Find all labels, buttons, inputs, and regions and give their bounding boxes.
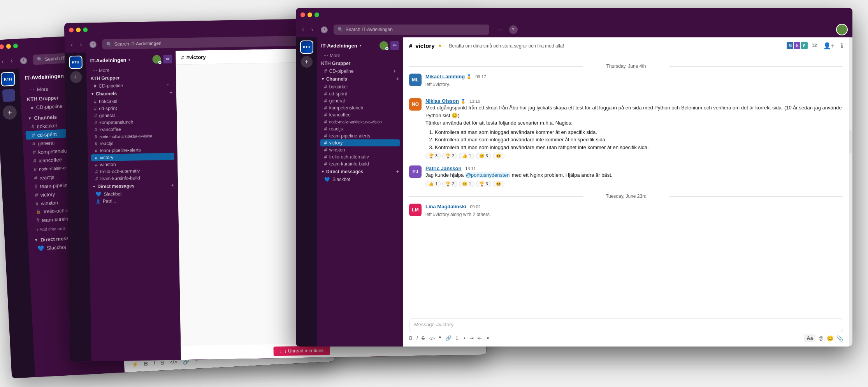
scrollbar-track[interactable] bbox=[849, 37, 852, 347]
outdent-button-front[interactable]: ⇤ bbox=[478, 335, 482, 341]
star-button[interactable]: ★ bbox=[438, 43, 442, 48]
reaction-pill[interactable]: 🏆 3 bbox=[476, 181, 491, 187]
info-icon-front[interactable]: ℹ bbox=[841, 42, 843, 49]
back-button-mid[interactable]: ‹ bbox=[69, 40, 75, 50]
back-button-front[interactable]: ‹ bbox=[300, 25, 306, 35]
workspace-icon-mid[interactable]: KTH bbox=[70, 56, 82, 69]
workspace-chevron-front[interactable]: ▾ bbox=[360, 44, 362, 47]
sidebar-item-kompetenslunch-front[interactable]: # kompetenslunch bbox=[320, 104, 400, 111]
dm-section-front[interactable]: ▼ Direct messages + bbox=[317, 167, 403, 176]
search-bar-front[interactable]: 🔍 Search IT-Avdelningen bbox=[334, 25, 489, 35]
settings-icon[interactable]: ⋯ bbox=[495, 25, 504, 34]
add-workspace-button-front[interactable]: + bbox=[301, 56, 313, 68]
reaction-pill[interactable]: 🏆 3 bbox=[425, 153, 441, 159]
sidebar-item-team-kursinfo-front[interactable]: # team-kursinfo-build bbox=[320, 160, 400, 167]
add-channel-icon-front[interactable]: + bbox=[396, 76, 399, 82]
message-input-front[interactable]: Message #victory bbox=[409, 318, 843, 332]
aa-button[interactable]: Aa bbox=[804, 334, 815, 342]
emoji-button-front[interactable]: 😊 bbox=[827, 335, 833, 341]
add-member-icon-front[interactable]: 👤+ bbox=[823, 42, 835, 49]
add-dm-icon[interactable]: + bbox=[171, 183, 174, 188]
scrollbar-thumb[interactable] bbox=[849, 130, 852, 153]
sidebar-item-cd-sprint-front[interactable]: # cd-sprint bbox=[320, 90, 400, 97]
history-button-mid[interactable]: 🕐 bbox=[87, 39, 98, 49]
history-button[interactable]: 🕐 bbox=[18, 55, 29, 66]
forward-button-front[interactable]: › bbox=[309, 25, 315, 35]
message-author-lina[interactable]: Lina Magdalinski bbox=[425, 204, 466, 209]
reaction-pill[interactable]: 🏆 2 bbox=[442, 181, 457, 187]
strikethrough-button-front[interactable]: S̶ bbox=[422, 335, 425, 341]
message-author-mikael[interactable]: Mikael Lamming bbox=[425, 74, 465, 79]
link-button-front[interactable]: 🔗 bbox=[445, 335, 452, 341]
minimize-button[interactable] bbox=[76, 28, 81, 32]
user-avatar-front[interactable] bbox=[836, 24, 848, 35]
sidebar-more-front[interactable]: ⋯ More bbox=[320, 52, 401, 59]
add-channel-icon-mid[interactable]: + bbox=[170, 90, 172, 95]
channels-section-front[interactable]: ▼ Channels + bbox=[317, 75, 403, 83]
ul-button-front[interactable]: • bbox=[464, 335, 466, 341]
forward-button[interactable]: › bbox=[9, 56, 15, 66]
indent-button-front[interactable]: ⇥ bbox=[469, 335, 474, 341]
lightning-icon[interactable]: ⚡ bbox=[132, 361, 139, 368]
strikethrough-button[interactable]: S bbox=[160, 359, 164, 366]
maximize-button-front[interactable] bbox=[315, 12, 319, 17]
add-dm-icon-front[interactable]: + bbox=[396, 169, 399, 174]
sidebar-item-victory-front[interactable]: # victory bbox=[320, 139, 400, 146]
message-author-niklas[interactable]: Niklas Olsson bbox=[425, 98, 459, 104]
sidebar-item-winston-front[interactable]: # winston bbox=[320, 146, 400, 153]
reaction-pill[interactable]: 🏆 2 bbox=[442, 153, 457, 159]
kth-grupper-section-front[interactable]: KTH Grupper bbox=[317, 59, 403, 68]
back-button[interactable]: ‹ bbox=[0, 56, 5, 67]
format-button-front[interactable]: ✦ bbox=[486, 335, 490, 341]
at-button-front[interactable]: @ bbox=[819, 335, 824, 341]
workspace-chevron-mid[interactable]: ▾ bbox=[128, 58, 130, 62]
close-button-front[interactable] bbox=[300, 12, 305, 17]
reaction-pill[interactable]: 😊 1 bbox=[459, 181, 474, 187]
sidebar-item-leancoffee-front[interactable]: # leancoffee bbox=[320, 111, 400, 118]
reaction-pill[interactable]: 😊 3 bbox=[476, 153, 491, 159]
italic-button-front[interactable]: I bbox=[416, 335, 418, 341]
history-button-front[interactable]: 🕐 bbox=[319, 25, 330, 35]
sidebar-item-bokcirkel-front[interactable]: # bokcirkel bbox=[320, 83, 400, 90]
blockquote-button-front[interactable]: ❝ bbox=[439, 335, 441, 341]
help-button-front[interactable]: ? bbox=[509, 25, 518, 34]
user-status-front[interactable] bbox=[380, 41, 388, 50]
close-button[interactable] bbox=[69, 28, 74, 32]
attach-button-front[interactable]: 📎 bbox=[836, 335, 843, 341]
bold-button-front[interactable]: B bbox=[409, 335, 413, 341]
sidebar-item-node-mallar-front[interactable]: # node-mallar-arkitektur-o-vision bbox=[320, 118, 400, 125]
reaction-pill[interactable]: 😆 bbox=[493, 181, 504, 187]
add-button[interactable]: + bbox=[393, 69, 396, 74]
maximize-button[interactable] bbox=[83, 27, 88, 32]
reaction-pill[interactable]: 👍 1 bbox=[459, 153, 474, 159]
workspace-icon-active[interactable]: KTH bbox=[2, 72, 15, 86]
close-button[interactable] bbox=[0, 44, 4, 49]
sidebar-item-reactjs-front[interactable]: # reactjs bbox=[320, 125, 400, 132]
add-workspace-button-mid[interactable]: + bbox=[70, 71, 82, 83]
sidebar-item-patric-mid[interactable]: 👤 Patri... bbox=[92, 197, 175, 205]
minimize-button[interactable] bbox=[6, 44, 11, 49]
add-workspace-button[interactable]: + bbox=[2, 105, 17, 120]
user-status-mid[interactable] bbox=[152, 55, 161, 63]
forward-button-mid[interactable]: › bbox=[78, 40, 84, 50]
italic-button[interactable]: I bbox=[153, 360, 155, 366]
reaction-pill[interactable]: 😆 bbox=[493, 153, 504, 159]
message-author-patric[interactable]: Patric Jansson bbox=[425, 165, 462, 171]
workspace-icon-2[interactable] bbox=[2, 89, 16, 102]
sidebar-item-trello-front[interactable]: # trello-och-alternativ bbox=[320, 153, 400, 160]
add-channel-button-mid[interactable]: + bbox=[167, 82, 169, 88]
sidebar-item-team-pipeline-front[interactable]: # team-pipeline-alerts bbox=[320, 132, 400, 139]
bold-button[interactable]: B bbox=[144, 360, 148, 367]
code-button-front[interactable]: </> bbox=[429, 336, 435, 341]
sidebar-item-cd-pipeline-front[interactable]: # CD-pipeline + bbox=[320, 68, 400, 75]
ol-button-front[interactable]: 1. bbox=[455, 335, 460, 341]
sidebar-item-general-front[interactable]: # general bbox=[320, 97, 400, 104]
maximize-button[interactable] bbox=[13, 44, 18, 49]
minimize-button-front[interactable] bbox=[307, 12, 312, 17]
compose-button-mid[interactable]: ✏ bbox=[163, 55, 172, 63]
sidebar-item-slackbot-front[interactable]: 💙 Slackbot bbox=[320, 176, 400, 183]
unread-banner[interactable]: ↓ ↓ Unread mentions bbox=[273, 346, 330, 356]
reaction-pill[interactable]: 👍 1 bbox=[425, 181, 441, 187]
compose-button-front[interactable]: ✏ bbox=[390, 41, 399, 50]
workspace-icon-front[interactable]: KTH bbox=[301, 41, 313, 53]
